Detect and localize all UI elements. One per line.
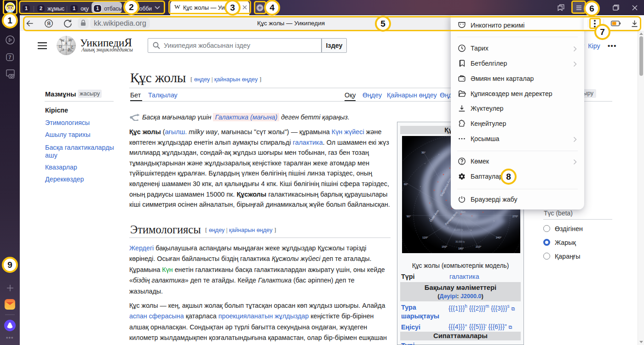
svg-text:180°: 180° (458, 247, 464, 250)
svg-text:270°: 270° (512, 215, 518, 218)
svg-text:120°: 120° (422, 236, 428, 239)
svg-text:240°: 240° (496, 236, 502, 239)
svg-text:д: д (62, 47, 64, 51)
svg-text:木: 木 (64, 42, 69, 45)
svg-text:Sun: Sun (461, 210, 466, 213)
svg-text:60°: 60° (404, 183, 408, 186)
svg-text:И: И (69, 38, 72, 42)
svg-text:90°: 90° (407, 215, 411, 218)
svg-text:30,000 ly: 30,000 ly (455, 240, 465, 243)
svg-text:150°: 150° (442, 245, 448, 248)
svg-text:Ω: Ω (59, 44, 62, 49)
svg-text:30°: 30° (421, 151, 426, 154)
svg-text:210°: 210° (476, 245, 482, 248)
svg-text:W: W (61, 38, 65, 43)
svg-text:7: 7 (9, 55, 12, 60)
svg-text:10,000 ly: 10,000 ly (454, 228, 463, 231)
svg-text:あ: あ (68, 47, 72, 52)
